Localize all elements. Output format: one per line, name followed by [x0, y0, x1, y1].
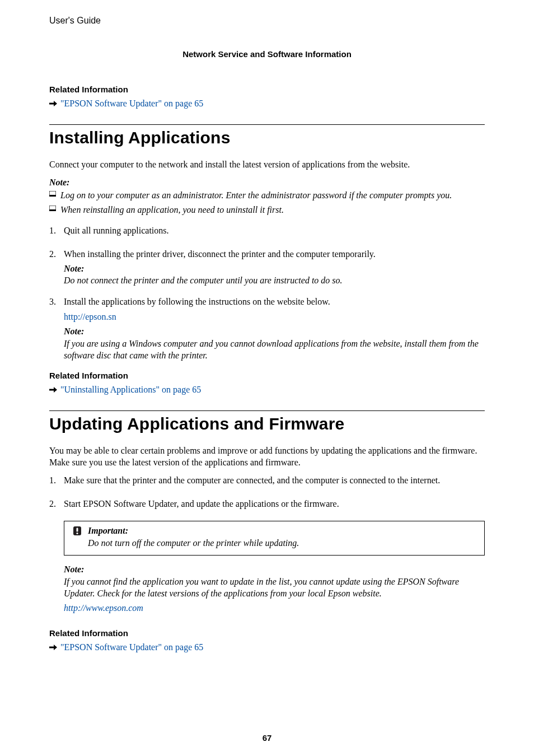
divider [49, 410, 485, 411]
note-bullet-text: Log on to your computer as an administra… [60, 189, 452, 202]
section-title-installing: Installing Applications [49, 128, 485, 147]
step-text: Install the applications by following th… [64, 296, 485, 308]
related-info-heading-3: Related Information [49, 628, 485, 638]
note-bullet: When reinstalling an application, you ne… [49, 204, 485, 216]
step-text: When installing the printer driver, disc… [64, 248, 485, 260]
step-note-label: Note: [64, 325, 485, 338]
svg-rect-5 [77, 528, 78, 532]
warning-icon [71, 526, 83, 536]
note-label: Note: [64, 563, 485, 576]
step-url-link[interactable]: http://epson.sn [64, 311, 485, 323]
step-item: Install the applications by following th… [49, 296, 485, 362]
note-bullet: Log on to your computer as an administra… [49, 189, 485, 202]
svg-rect-3 [49, 209, 56, 211]
related-link-epson-updater-2[interactable]: "EPSON Software Updater" on page 65 [60, 642, 203, 652]
arrow-right-icon [49, 386, 57, 393]
chapter-title: Network Service and Software Information [49, 49, 485, 59]
related-info-heading-2: Related Information [49, 371, 485, 380]
related-link-uninstalling[interactable]: "Uninstalling Applications" on page 65 [60, 385, 201, 395]
related-link-epson-updater[interactable]: "EPSON Software Updater" on page 65 [60, 99, 203, 109]
note-body: If you cannot find the application you w… [64, 576, 485, 600]
divider [49, 124, 485, 125]
bullet-icon [49, 206, 56, 211]
important-box: Important: Do not turn off the computer … [64, 521, 485, 556]
step-note-body: Do not connect the printer and the compu… [64, 274, 485, 287]
arrow-right-icon [49, 100, 57, 107]
note-bullet-text: When reinstalling an application, you ne… [60, 204, 284, 216]
svg-point-6 [76, 533, 78, 534]
step-note-label: Note: [64, 263, 485, 275]
epson-website-link[interactable]: http://www.epson.com [64, 602, 485, 614]
step-item: Quit all running applications. [49, 225, 485, 239]
svg-rect-1 [49, 195, 56, 197]
doc-type-label: User's Guide [49, 16, 485, 26]
step-text: Quit all running applications. [64, 225, 485, 237]
section2-intro: You may be able to clear certain problem… [49, 445, 485, 469]
step-note-body: If you are using a Windows computer and … [64, 338, 485, 362]
important-body: Do not turn off the computer or the prin… [88, 538, 477, 548]
step-item: Make sure that the printer and the compu… [49, 474, 485, 489]
note-label: Note: [49, 176, 485, 189]
page-number: 67 [0, 733, 534, 743]
step-item: When installing the printer driver, disc… [49, 248, 485, 287]
section-title-updating: Updating Applications and Firmware [49, 414, 485, 433]
related-info-heading-1: Related Information [49, 85, 485, 94]
step-text: Make sure that the printer and the compu… [64, 474, 485, 487]
important-label: Important: [88, 526, 128, 536]
section1-intro: Connect your computer to the network and… [49, 158, 485, 171]
bullet-icon [49, 191, 56, 197]
step-item: Start EPSON Software Updater, and update… [49, 498, 485, 512]
arrow-right-icon [49, 644, 57, 651]
step-text: Start EPSON Software Updater, and update… [64, 498, 485, 510]
